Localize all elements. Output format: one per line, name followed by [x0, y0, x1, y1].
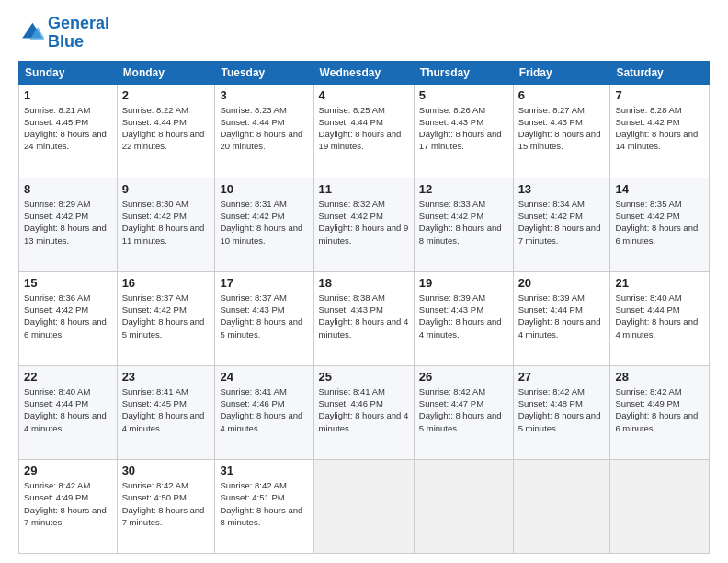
day-number: 8 — [24, 182, 112, 196]
calendar-cell: 5 Sunrise: 8:26 AM Sunset: 4:43 PM Dayli… — [414, 84, 513, 178]
calendar-cell: 31 Sunrise: 8:42 AM Sunset: 4:51 PM Dayl… — [215, 459, 313, 553]
day-info: Sunrise: 8:41 AM Sunset: 4:46 PM Dayligh… — [220, 385, 308, 434]
day-number: 3 — [220, 88, 308, 102]
calendar-cell: 25 Sunrise: 8:41 AM Sunset: 4:46 PM Dayl… — [313, 365, 414, 459]
calendar-cell — [610, 459, 710, 553]
day-info: Sunrise: 8:42 AM Sunset: 4:50 PM Dayligh… — [122, 479, 210, 528]
day-number: 11 — [319, 182, 409, 196]
day-info: Sunrise: 8:35 AM Sunset: 4:42 PM Dayligh… — [615, 198, 704, 247]
day-info: Sunrise: 8:29 AM Sunset: 4:42 PM Dayligh… — [24, 198, 112, 247]
day-number: 14 — [615, 182, 704, 196]
calendar-cell: 22 Sunrise: 8:40 AM Sunset: 4:44 PM Dayl… — [19, 365, 118, 459]
day-info: Sunrise: 8:37 AM Sunset: 4:42 PM Dayligh… — [122, 292, 210, 340]
day-number: 21 — [615, 276, 704, 290]
calendar-cell: 21 Sunrise: 8:40 AM Sunset: 4:44 PM Dayl… — [610, 271, 710, 365]
week-row-5: 29 Sunrise: 8:42 AM Sunset: 4:49 PM Dayl… — [19, 459, 710, 553]
weekday-header-thursday: Thursday — [414, 61, 513, 84]
weekday-header-wednesday: Wednesday — [313, 61, 414, 84]
day-number: 16 — [122, 276, 210, 290]
weekday-header-saturday: Saturday — [610, 61, 710, 84]
calendar-cell: 4 Sunrise: 8:25 AM Sunset: 4:44 PM Dayli… — [313, 84, 414, 178]
calendar-cell: 11 Sunrise: 8:32 AM Sunset: 4:42 PM Dayl… — [313, 178, 414, 271]
day-number: 20 — [518, 276, 606, 290]
day-number: 26 — [419, 370, 508, 384]
day-number: 1 — [24, 88, 112, 102]
calendar-cell: 13 Sunrise: 8:34 AM Sunset: 4:42 PM Dayl… — [513, 178, 610, 271]
calendar-cell: 1 Sunrise: 8:21 AM Sunset: 4:45 PM Dayli… — [19, 84, 118, 178]
day-number: 13 — [518, 182, 606, 196]
day-info: Sunrise: 8:30 AM Sunset: 4:42 PM Dayligh… — [122, 198, 210, 247]
day-number: 17 — [220, 276, 308, 290]
day-info: Sunrise: 8:42 AM Sunset: 4:49 PM Dayligh… — [615, 385, 704, 434]
week-row-4: 22 Sunrise: 8:40 AM Sunset: 4:44 PM Dayl… — [19, 365, 710, 459]
calendar-cell: 30 Sunrise: 8:42 AM Sunset: 4:50 PM Dayl… — [117, 459, 215, 553]
calendar-cell: 12 Sunrise: 8:33 AM Sunset: 4:42 PM Dayl… — [414, 178, 513, 271]
day-number: 5 — [419, 88, 508, 102]
day-number: 30 — [122, 464, 210, 477]
day-number: 2 — [122, 88, 210, 102]
calendar-cell: 23 Sunrise: 8:41 AM Sunset: 4:45 PM Dayl… — [117, 365, 215, 459]
day-number: 4 — [319, 88, 409, 102]
day-number: 22 — [24, 370, 112, 384]
logo-text: General Blue — [48, 15, 109, 52]
day-info: Sunrise: 8:34 AM Sunset: 4:42 PM Dayligh… — [518, 198, 606, 247]
calendar-cell: 24 Sunrise: 8:41 AM Sunset: 4:46 PM Dayl… — [215, 365, 313, 459]
day-info: Sunrise: 8:37 AM Sunset: 4:43 PM Dayligh… — [220, 292, 308, 340]
calendar-cell: 16 Sunrise: 8:37 AM Sunset: 4:42 PM Dayl… — [117, 271, 215, 365]
calendar-cell: 7 Sunrise: 8:28 AM Sunset: 4:42 PM Dayli… — [610, 84, 710, 178]
day-info: Sunrise: 8:33 AM Sunset: 4:42 PM Dayligh… — [419, 198, 508, 247]
day-info: Sunrise: 8:38 AM Sunset: 4:43 PM Dayligh… — [319, 292, 409, 340]
calendar-cell: 26 Sunrise: 8:42 AM Sunset: 4:47 PM Dayl… — [414, 365, 513, 459]
day-info: Sunrise: 8:36 AM Sunset: 4:42 PM Dayligh… — [24, 292, 112, 340]
calendar-cell: 10 Sunrise: 8:31 AM Sunset: 4:42 PM Dayl… — [215, 178, 313, 271]
day-number: 15 — [24, 276, 112, 290]
calendar-cell: 3 Sunrise: 8:23 AM Sunset: 4:44 PM Dayli… — [215, 84, 313, 178]
logo: General Blue — [18, 15, 109, 52]
calendar: SundayMondayTuesdayWednesdayThursdayFrid… — [18, 61, 710, 554]
day-info: Sunrise: 8:32 AM Sunset: 4:42 PM Dayligh… — [319, 198, 409, 247]
header: General Blue — [18, 15, 710, 52]
weekday-header-monday: Monday — [117, 61, 215, 84]
week-row-3: 15 Sunrise: 8:36 AM Sunset: 4:42 PM Dayl… — [19, 271, 710, 365]
day-info: Sunrise: 8:42 AM Sunset: 4:51 PM Dayligh… — [220, 479, 308, 528]
day-info: Sunrise: 8:31 AM Sunset: 4:42 PM Dayligh… — [220, 198, 308, 247]
day-info: Sunrise: 8:41 AM Sunset: 4:46 PM Dayligh… — [319, 385, 409, 434]
calendar-cell: 14 Sunrise: 8:35 AM Sunset: 4:42 PM Dayl… — [610, 178, 710, 271]
calendar-cell: 9 Sunrise: 8:30 AM Sunset: 4:42 PM Dayli… — [117, 178, 215, 271]
day-info: Sunrise: 8:40 AM Sunset: 4:44 PM Dayligh… — [24, 385, 112, 434]
day-info: Sunrise: 8:40 AM Sunset: 4:44 PM Dayligh… — [615, 292, 704, 340]
day-number: 27 — [518, 370, 606, 384]
day-number: 18 — [319, 276, 409, 290]
day-number: 19 — [419, 276, 508, 290]
day-info: Sunrise: 8:21 AM Sunset: 4:45 PM Dayligh… — [24, 104, 112, 153]
calendar-cell: 19 Sunrise: 8:39 AM Sunset: 4:43 PM Dayl… — [414, 271, 513, 365]
day-info: Sunrise: 8:26 AM Sunset: 4:43 PM Dayligh… — [419, 104, 508, 153]
day-info: Sunrise: 8:22 AM Sunset: 4:44 PM Dayligh… — [122, 104, 210, 153]
logo-icon — [18, 20, 44, 46]
calendar-cell: 2 Sunrise: 8:22 AM Sunset: 4:44 PM Dayli… — [117, 84, 215, 178]
day-info: Sunrise: 8:23 AM Sunset: 4:44 PM Dayligh… — [220, 104, 308, 153]
week-row-2: 8 Sunrise: 8:29 AM Sunset: 4:42 PM Dayli… — [19, 178, 710, 271]
calendar-cell: 18 Sunrise: 8:38 AM Sunset: 4:43 PM Dayl… — [313, 271, 414, 365]
calendar-cell: 29 Sunrise: 8:42 AM Sunset: 4:49 PM Dayl… — [19, 459, 118, 553]
day-number: 24 — [220, 370, 308, 384]
day-number: 25 — [319, 370, 409, 384]
weekday-header-tuesday: Tuesday — [215, 61, 313, 84]
calendar-cell — [414, 459, 513, 553]
calendar-cell: 17 Sunrise: 8:37 AM Sunset: 4:43 PM Dayl… — [215, 271, 313, 365]
day-info: Sunrise: 8:39 AM Sunset: 4:43 PM Dayligh… — [419, 292, 508, 340]
calendar-cell — [313, 459, 414, 553]
day-info: Sunrise: 8:42 AM Sunset: 4:49 PM Dayligh… — [24, 479, 112, 528]
day-number: 12 — [419, 182, 508, 196]
day-info: Sunrise: 8:39 AM Sunset: 4:44 PM Dayligh… — [518, 292, 606, 340]
day-info: Sunrise: 8:41 AM Sunset: 4:45 PM Dayligh… — [122, 385, 210, 434]
calendar-cell: 20 Sunrise: 8:39 AM Sunset: 4:44 PM Dayl… — [513, 271, 610, 365]
weekday-header-sunday: Sunday — [19, 61, 118, 84]
day-number: 29 — [24, 464, 112, 477]
calendar-cell: 8 Sunrise: 8:29 AM Sunset: 4:42 PM Dayli… — [19, 178, 118, 271]
calendar-cell: 28 Sunrise: 8:42 AM Sunset: 4:49 PM Dayl… — [610, 365, 710, 459]
day-number: 23 — [122, 370, 210, 384]
page: General Blue SundayMondayTuesdayWednesda… — [0, 0, 728, 563]
day-info: Sunrise: 8:42 AM Sunset: 4:47 PM Dayligh… — [419, 385, 508, 434]
day-number: 6 — [518, 88, 606, 102]
